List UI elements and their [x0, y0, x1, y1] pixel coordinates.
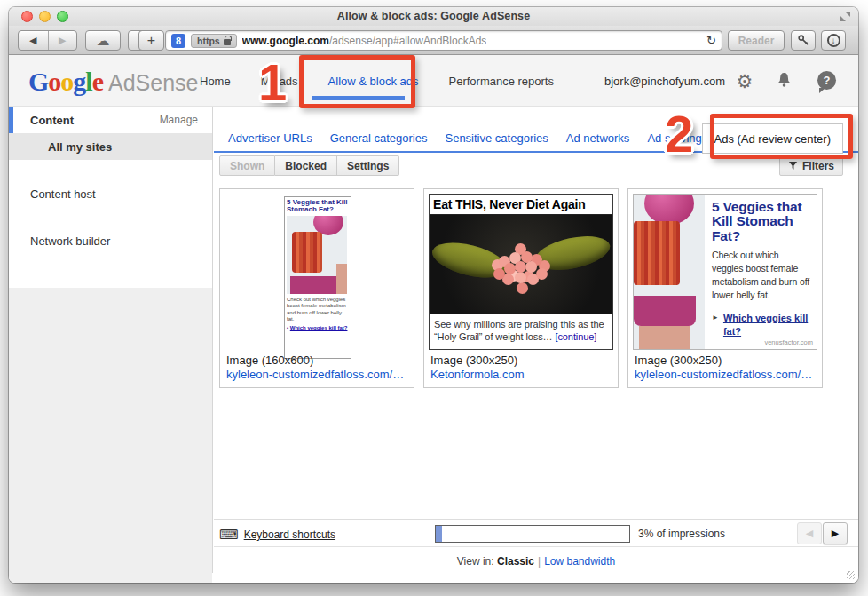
ad-card[interactable]: 5 Veggies that Kill Stomach Fat? Check o…	[219, 188, 414, 388]
app-header: Google AdSense Home My ads Allow & block…	[9, 55, 858, 107]
annotation-step-2: 2	[665, 108, 693, 160]
reader-button[interactable]: Reader	[728, 30, 785, 51]
ad-preview-300x250: 5 Veggies that Kill Stomach Fat? Check o…	[633, 194, 817, 350]
cta-arrow-icon: ►	[712, 312, 719, 338]
progress-fill	[436, 526, 442, 542]
history-nav-group: ◀ ▶	[18, 30, 77, 51]
ad-body-text: Check out which veggies boost female met…	[712, 249, 811, 303]
ad-caption: Image (300x250) Ketonformola.com	[430, 354, 525, 382]
ad-body-text: See why millions are praising this as th…	[430, 314, 612, 344]
account-email: bjork@pinchofyum.com	[604, 75, 725, 88]
window-title: Allow & block ads: Google AdSense	[9, 10, 858, 22]
site-favicon: 8	[171, 34, 185, 48]
annotation-box-2	[710, 114, 853, 159]
previous-page-button[interactable]: ◀	[797, 522, 822, 544]
content-area: Advertiser URLs General categories Sensi…	[214, 107, 858, 583]
lock-icon	[224, 39, 231, 45]
ad-headline: 5 Veggies that Kill Stomach Fat?	[287, 199, 349, 214]
password-key-button[interactable]	[791, 30, 816, 51]
next-page-button[interactable]: ▶	[823, 522, 848, 544]
sidebar-empty-area	[9, 288, 212, 583]
browser-toolbar: ◀ ▶ ☁ + 8 https w	[9, 26, 858, 55]
sidebar-section-label: Content	[30, 114, 74, 127]
back-button[interactable]: ◀	[19, 31, 48, 50]
ad-torso-image	[634, 195, 705, 349]
screenshot-stage: Allow & block ads: Google AdSense ◀ ▶ ☁ …	[0, 0, 868, 596]
google-logo: Google	[28, 67, 103, 97]
browser-window: Allow & block ads: Google AdSense ◀ ▶ ☁ …	[9, 7, 858, 583]
nav-performance-reports[interactable]: Performance reports	[448, 56, 554, 107]
product-name: AdSense	[108, 70, 198, 96]
ad-url-link[interactable]: Ketonformola.com	[430, 368, 525, 382]
https-badge: https	[191, 34, 237, 48]
help-icon[interactable]: ?	[817, 71, 839, 90]
ad-torso-image	[287, 216, 347, 294]
nav-home[interactable]: Home	[200, 56, 231, 107]
sidebar-accent-bar	[9, 107, 13, 133]
https-label: https	[197, 36, 220, 46]
tab-advertiser-urls[interactable]: Advertiser URLs	[228, 131, 312, 145]
url-domain: www.google.com	[242, 35, 329, 47]
ad-size-label: Image (300x250)	[430, 354, 525, 368]
key-icon	[797, 34, 810, 47]
new-tab-button[interactable]: +	[138, 30, 164, 51]
sidebar-section-content: Content Manage	[9, 107, 212, 133]
view-in-label: View in:	[457, 555, 494, 568]
ad-preview-160x600: 5 Veggies that Kill Stomach Fat? Check o…	[284, 196, 351, 359]
low-bandwidth-link[interactable]: Low bandwidth	[544, 555, 615, 568]
reload-button[interactable]: ↻	[706, 34, 716, 47]
impressions-label: 3% of impressions	[638, 528, 725, 540]
keyboard-shortcuts-link[interactable]: Keyboard shortcuts	[244, 528, 335, 541]
ad-caption: Image (160x600) kyleleon-customizedfatlo…	[226, 354, 404, 382]
forward-button[interactable]: ▶	[48, 31, 77, 50]
ad-card[interactable]: 5 Veggies that Kill Stomach Fat? Check o…	[627, 188, 823, 388]
ad-card[interactable]: Eat THIS, Never Diet Again See why milli…	[423, 188, 619, 388]
titlebar: Allow & block ads: Google AdSense	[9, 7, 858, 26]
download-icon: ↓	[827, 34, 840, 47]
ad-caption: Image (300x250) kyleleon-customizedfatlo…	[635, 354, 812, 382]
ad-cta-link: • Which veggies kill fat?	[287, 325, 349, 330]
annotation-box-1	[299, 55, 415, 108]
ad-cta-link: [continue]	[555, 331, 596, 342]
filter-funnel-icon	[788, 161, 798, 171]
subtab-group: Shown Blocked Settings	[219, 155, 399, 176]
ad-headline: 5 Veggies that Kill Stomach Fat?	[712, 200, 811, 243]
url-text: www.google.com/adsense/app#allowAndBlock…	[242, 35, 487, 47]
sidebar-item-all-my-sites[interactable]: All my sites	[9, 133, 212, 160]
subtab-blocked[interactable]: Blocked	[275, 155, 337, 176]
ad-size-label: Image (300x250)	[635, 354, 812, 368]
ad-preview-300x250: Eat THIS, Never Diet Again See why milli…	[429, 194, 613, 350]
ad-size-label: Image (160x600)	[226, 354, 404, 368]
tab-general-categories[interactable]: General categories	[330, 131, 428, 145]
subtab-shown[interactable]: Shown	[219, 155, 275, 176]
keyboard-icon: ⌨	[219, 527, 239, 543]
ad-body-text: Check out which veggies boost female met…	[287, 297, 349, 323]
tab-sensitive-categories[interactable]: Sensitive categories	[445, 131, 548, 145]
tab-ad-networks[interactable]: Ad networks	[566, 131, 630, 145]
settings-gear-icon[interactable]: ⚙	[734, 71, 755, 92]
view-footer: View in: Classic|Low bandwidth	[214, 546, 858, 568]
ad-fruit-image	[430, 215, 612, 314]
status-bar: ⌨ Keyboard shortcuts 3% of impressions ◀…	[214, 519, 858, 546]
ad-url-link[interactable]: kyleleon-customizedfatloss.com/…	[226, 368, 404, 382]
ad-url-link[interactable]: kyleleon-customizedfatloss.com/…	[635, 368, 812, 382]
notifications-bell-icon[interactable]	[776, 71, 797, 89]
ad-attribution: venusfactor.com	[764, 338, 813, 346]
sidebar-item-network-builder[interactable]: Network builder	[9, 227, 212, 254]
view-classic: Classic	[497, 555, 534, 568]
window-resize-grip[interactable]	[847, 571, 855, 579]
impressions-progress-bar	[435, 525, 630, 543]
ad-cta-link: ►Which veggies kill fat?	[712, 312, 811, 338]
fullscreen-icon[interactable]	[840, 12, 850, 21]
annotation-step-1: 1	[258, 57, 287, 108]
pager: ◀ ▶	[797, 522, 848, 544]
url-path: /adsense/app#allowAndBlockAds	[329, 35, 486, 47]
sidebar-item-content-host[interactable]: Content host	[9, 180, 212, 207]
ad-headline: Eat THIS, Never Diet Again	[430, 195, 612, 215]
manage-link[interactable]: Manage	[160, 114, 198, 126]
downloads-button[interactable]: ↓	[821, 30, 846, 51]
subtab-settings[interactable]: Settings	[337, 155, 399, 176]
address-bar[interactable]: 8 https www.google.com/adsense/app#allow…	[165, 30, 722, 51]
icloud-tabs-button[interactable]: ☁	[85, 30, 121, 51]
